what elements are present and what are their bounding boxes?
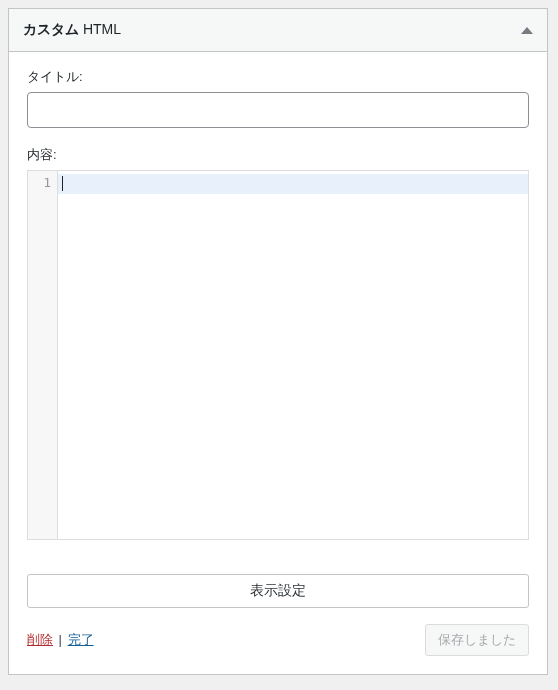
widget-header[interactable]: カスタム HTML <box>9 9 547 52</box>
text-cursor <box>62 176 63 191</box>
collapse-icon[interactable] <box>521 27 533 34</box>
content-label: 内容: <box>27 146 529 164</box>
widget-footer: 削除 | 完了 保存しました <box>27 624 529 656</box>
active-code-line <box>58 174 528 194</box>
widget-body: タイトル: 内容: 1 表示設定 削除 | 完了 保存しました <box>9 52 547 674</box>
widget-title-thin: HTML <box>79 21 121 37</box>
widget-container: カスタム HTML タイトル: 内容: 1 表示設定 <box>8 8 548 675</box>
footer-links: 削除 | 完了 <box>27 631 94 649</box>
title-label: タイトル: <box>27 68 529 86</box>
separator: | <box>55 632 66 647</box>
delete-link[interactable]: 削除 <box>27 632 53 647</box>
content-field-block: 内容: 1 <box>27 146 529 540</box>
widget-title: カスタム HTML <box>23 21 121 39</box>
display-settings-button[interactable]: 表示設定 <box>27 574 529 608</box>
line-number: 1 <box>28 175 51 190</box>
content-code-editor[interactable]: 1 <box>27 170 529 540</box>
code-area[interactable] <box>58 171 528 539</box>
saved-button: 保存しました <box>425 624 529 656</box>
code-gutter: 1 <box>28 171 58 539</box>
widget-title-bold: カスタム <box>23 21 79 37</box>
title-field-block: タイトル: <box>27 68 529 128</box>
done-link[interactable]: 完了 <box>68 632 94 647</box>
title-input[interactable] <box>27 92 529 128</box>
